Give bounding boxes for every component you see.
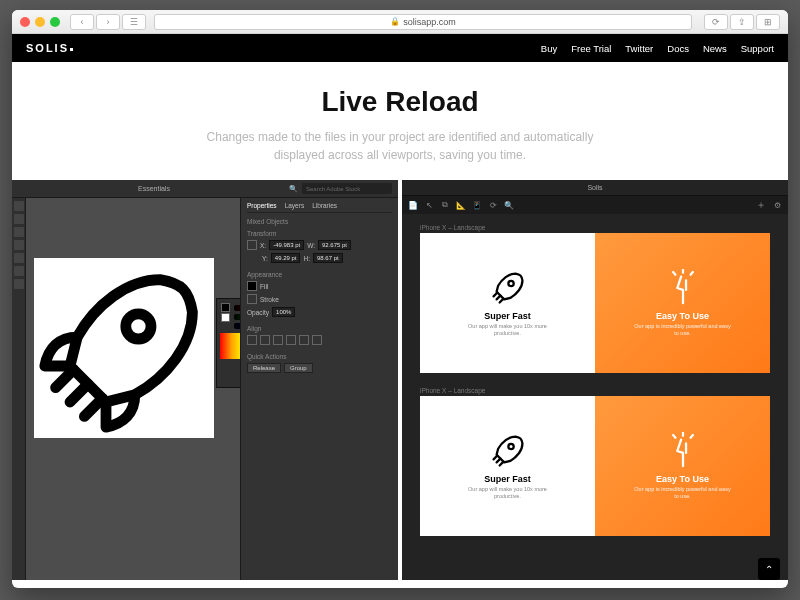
viewport-2: iPhone X – Landscape Super Fast Our app … bbox=[420, 387, 770, 536]
align-right[interactable] bbox=[273, 335, 283, 345]
card-right-title: Easy To Use bbox=[656, 311, 709, 321]
tool-eraser[interactable] bbox=[14, 279, 24, 289]
stroke-color[interactable] bbox=[247, 294, 257, 304]
add-viewport-button[interactable]: ＋ bbox=[756, 200, 766, 210]
align-bottom[interactable] bbox=[312, 335, 322, 345]
ruler-icon[interactable]: 📐 bbox=[456, 200, 466, 210]
w-field[interactable]: 92.675 pt bbox=[318, 240, 351, 250]
phone-icon[interactable]: 📱 bbox=[472, 200, 482, 210]
reference-point[interactable] bbox=[247, 240, 257, 250]
artboard[interactable] bbox=[34, 258, 214, 438]
viewport-frame[interactable]: Super Fast Our app will make you 10x mor… bbox=[420, 233, 770, 373]
crop-icon[interactable]: ⧉ bbox=[440, 200, 450, 210]
page-title: Live Reload bbox=[32, 86, 768, 118]
tab-layers[interactable]: Layers bbox=[285, 202, 305, 209]
address-bar[interactable]: 🔒 solisapp.com bbox=[154, 14, 692, 30]
settings-icon[interactable]: ⚙ bbox=[772, 200, 782, 210]
appearance-label: Appearance bbox=[247, 271, 392, 278]
maximize-window-button[interactable] bbox=[50, 17, 60, 27]
group-button[interactable]: Group bbox=[284, 363, 313, 373]
tab-properties[interactable]: Properties bbox=[247, 202, 277, 209]
nav-link-buy[interactable]: Buy bbox=[541, 43, 557, 54]
opacity-field[interactable]: 100% bbox=[272, 307, 295, 317]
fill-color[interactable] bbox=[247, 281, 257, 291]
tool-brush[interactable] bbox=[14, 266, 24, 276]
rocket-icon bbox=[489, 432, 527, 470]
card-right-title: Easy To Use bbox=[656, 474, 709, 484]
refresh-icon[interactable]: ⟳ bbox=[488, 200, 498, 210]
tool-selection[interactable] bbox=[14, 201, 24, 211]
tabs-button[interactable]: ⊞ bbox=[756, 14, 780, 30]
nav-link-free-trial[interactable]: Free Trial bbox=[571, 43, 611, 54]
nav-link-docs[interactable]: Docs bbox=[667, 43, 689, 54]
card-left-title: Super Fast bbox=[484, 311, 531, 321]
reader-button[interactable]: ⟳ bbox=[704, 14, 728, 30]
transform-label: Transform bbox=[247, 230, 392, 237]
x-field[interactable]: -49.983 pt bbox=[269, 240, 304, 250]
stroke-swatch[interactable] bbox=[221, 313, 230, 322]
workspace-dropdown[interactable]: Essentials bbox=[138, 185, 170, 192]
viewport-area: iPhone X – Landscape Super Fast Our app … bbox=[402, 214, 788, 536]
properties-panel: Properties Layers Libraries Mixed Object… bbox=[240, 198, 398, 580]
search-icon: 🔍 bbox=[289, 185, 298, 193]
illustrator-app: Essentials 🔍 Search Adobe Stock bbox=[12, 180, 398, 580]
viewport-1: iPhone X – Landscape Super Fast Our app … bbox=[420, 224, 770, 373]
snap-icon bbox=[664, 432, 702, 470]
quick-actions-label: Quick Actions bbox=[247, 353, 392, 360]
page-subtitle: Changes made to the files in your projec… bbox=[190, 128, 610, 164]
release-button[interactable]: Release bbox=[247, 363, 281, 373]
minimize-window-button[interactable] bbox=[35, 17, 45, 27]
viewport-label: iPhone X – Landscape bbox=[420, 224, 770, 231]
share-button[interactable]: ⇪ bbox=[730, 14, 754, 30]
nav-link-support[interactable]: Support bbox=[741, 43, 774, 54]
svg-point-2 bbox=[508, 444, 513, 449]
solis-app: Solis 📄 ↖ ⧉ 📐 📱 ⟳ 🔍 ＋ ⚙ iPhone X – Lands… bbox=[402, 180, 788, 580]
stock-search-input[interactable]: Search Adobe Stock bbox=[302, 183, 392, 194]
pointer-icon[interactable]: ↖ bbox=[424, 200, 434, 210]
viewport-label: iPhone X – Landscape bbox=[420, 387, 770, 394]
align-middle[interactable] bbox=[299, 335, 309, 345]
tool-shape[interactable] bbox=[14, 253, 24, 263]
file-icon[interactable]: 📄 bbox=[408, 200, 418, 210]
illustrator-canvas[interactable]: fc7040 bbox=[26, 198, 240, 580]
hero-section: Live Reload Changes made to the files in… bbox=[12, 62, 788, 180]
tool-direct-select[interactable] bbox=[14, 214, 24, 224]
sidebar-button[interactable]: ☰ bbox=[122, 14, 146, 30]
search-icon[interactable]: 🔍 bbox=[504, 200, 514, 210]
illustrator-menubar: Essentials 🔍 Search Adobe Stock bbox=[12, 180, 398, 198]
card-left-sub: Our app will make you 10x more productiv… bbox=[458, 323, 558, 337]
lock-icon: 🔒 bbox=[390, 17, 400, 26]
align-left[interactable] bbox=[247, 335, 257, 345]
y-field[interactable]: 49.29 pt bbox=[271, 253, 301, 263]
align-top[interactable] bbox=[286, 335, 296, 345]
snap-icon bbox=[664, 269, 702, 307]
site-nav: SOLIS Buy Free Trial Twitter Docs News S… bbox=[12, 34, 788, 62]
rocket-icon bbox=[489, 269, 527, 307]
rocket-icon bbox=[34, 258, 214, 438]
h-field[interactable]: 98.67 pt bbox=[313, 253, 343, 263]
url-host: solisapp.com bbox=[403, 17, 456, 27]
solis-window-title: Solis bbox=[402, 180, 788, 196]
fill-swatch[interactable] bbox=[221, 303, 230, 312]
nav-link-twitter[interactable]: Twitter bbox=[625, 43, 653, 54]
card-right-sub: Our app is incredibly powerful and easy … bbox=[633, 323, 733, 337]
window-controls bbox=[20, 17, 60, 27]
forward-button[interactable]: › bbox=[96, 14, 120, 30]
scroll-to-top-button[interactable]: ⌃ bbox=[758, 558, 780, 580]
viewport-frame[interactable]: Super Fast Our app will make you 10x mor… bbox=[420, 396, 770, 536]
align-label: Align bbox=[247, 325, 392, 332]
tool-type[interactable] bbox=[14, 240, 24, 250]
align-center[interactable] bbox=[260, 335, 270, 345]
card-right-sub: Our app is incredibly powerful and easy … bbox=[633, 486, 733, 500]
card-left-sub: Our app will make you 10x more productiv… bbox=[458, 486, 558, 500]
browser-titlebar: ‹ › ☰ 🔒 solisapp.com ⟳ ⇪ ⊞ bbox=[12, 10, 788, 34]
back-button[interactable]: ‹ bbox=[70, 14, 94, 30]
card-left-title: Super Fast bbox=[484, 474, 531, 484]
nav-link-news[interactable]: News bbox=[703, 43, 727, 54]
close-window-button[interactable] bbox=[20, 17, 30, 27]
safari-window: ‹ › ☰ 🔒 solisapp.com ⟳ ⇪ ⊞ SOLIS Buy Fre… bbox=[12, 10, 788, 588]
tool-pen[interactable] bbox=[14, 227, 24, 237]
demo-split: Essentials 🔍 Search Adobe Stock bbox=[12, 180, 788, 580]
tab-libraries[interactable]: Libraries bbox=[312, 202, 337, 209]
brand-logo[interactable]: SOLIS bbox=[26, 42, 73, 54]
